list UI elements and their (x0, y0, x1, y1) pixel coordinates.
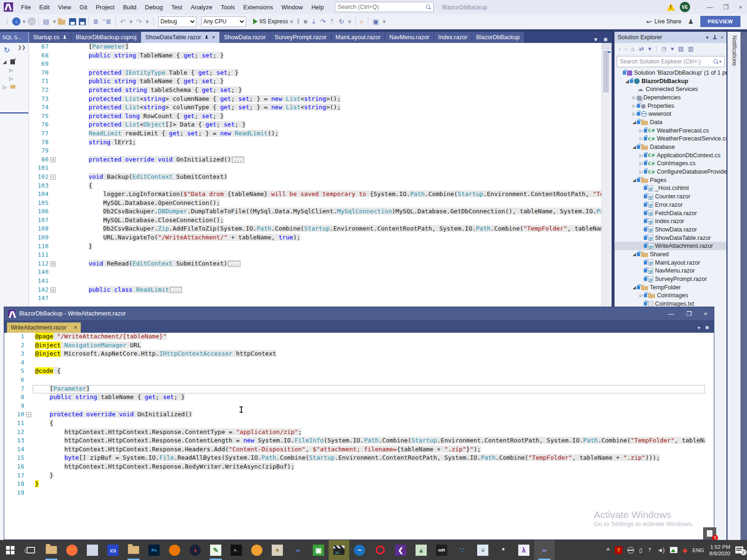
solution-platform-select[interactable]: Any CPU (201, 16, 246, 27)
taskbar-cursor-tools-icon[interactable]: + (267, 540, 288, 560)
code-line-105[interactable]: 105 MySQL.Database.OpenConnection(); (29, 199, 601, 208)
taskbar-opera-icon[interactable] (370, 540, 390, 560)
warning-icon[interactable] (667, 3, 675, 11)
code-line-3[interactable]: 3@inject Microsoft.AspNetCore.Http.IHttp… (5, 350, 705, 359)
tab-navmenu-razor[interactable]: NavMenu.razor (385, 32, 433, 43)
tree-expander-icon[interactable]: ▷ (639, 169, 644, 174)
fold-margin[interactable] (50, 104, 57, 112)
tray-usb-icon[interactable]: ⇡ (648, 547, 652, 553)
tree-expander-icon[interactable]: ◢ (625, 79, 630, 84)
tree-item-data[interactable]: ◢Data (615, 118, 726, 126)
code-line-13[interactable]: 13 httpContext.HttpContext.Response.Cont… (5, 437, 705, 446)
taskbar-openoffice-icon[interactable]: ~ (349, 540, 370, 560)
taskbar-folder-icon[interactable] (123, 540, 144, 560)
code-line-107[interactable]: 107 MySQL.Database.CloseConnection(); (29, 217, 601, 225)
editor-scrollbar[interactable] (601, 43, 612, 307)
save-all-icon[interactable] (79, 18, 86, 25)
taskbar-task-view-icon[interactable] (21, 540, 41, 560)
action-center-icon[interactable]: 2 (735, 546, 743, 553)
tree-item-dependencies[interactable]: ▷Dependencies (615, 93, 726, 102)
panel-overflow-icon[interactable]: ❯❯ (15, 43, 28, 52)
code-window-icon[interactable]: ▣ (373, 18, 379, 25)
fold-margin[interactable] (26, 454, 33, 463)
menu-test[interactable]: Test (167, 2, 187, 13)
tray-pen-drive-icon[interactable]: ▯ (639, 547, 642, 553)
refresh-icon[interactable]: ↻ (0, 43, 14, 57)
code-line-12[interactable]: 12 httpContext.HttpContext.Response.Cont… (5, 428, 705, 437)
code-line-67[interactable]: 67 [Parameter] (29, 43, 601, 52)
fold-margin[interactable] (50, 52, 57, 61)
start-debug-icon[interactable] (253, 19, 258, 24)
new-project-icon[interactable]: ▤ (43, 18, 49, 25)
tree-item-pages[interactable]: ◢Pages (615, 176, 726, 184)
tree-item-showdatatable-razor[interactable]: @ShowDataTable.razor (615, 234, 726, 242)
menu-build[interactable]: Build (119, 2, 141, 13)
taskbar-start-icon[interactable] (0, 540, 21, 560)
tray-chevron-icon[interactable]: ^ (606, 547, 610, 553)
fold-margin[interactable] (50, 130, 57, 139)
tree-expander-icon[interactable]: ▷ (639, 128, 644, 133)
menu-edit[interactable]: Edit (35, 2, 54, 13)
se-collapse-all-icon[interactable]: ▤ (678, 45, 684, 52)
tab-pin-icon[interactable] (70, 326, 74, 330)
menu-window[interactable]: Window (277, 2, 307, 13)
tree-item-coinimages[interactable]: ▷CoinImages (615, 292, 726, 300)
fold-margin[interactable] (26, 472, 33, 481)
preview-button[interactable]: PREVIEW (700, 16, 740, 27)
code-line-106[interactable]: 106 Db2CsvBackuper.DBDumper.DumpTableToF… (29, 208, 601, 217)
fold-margin[interactable] (50, 121, 57, 130)
fold-margin[interactable] (26, 480, 33, 489)
tree-expander-icon[interactable]: ▷ (639, 136, 644, 141)
undo-dropdown[interactable]: ▾ (129, 18, 133, 25)
sql-tree-row[interactable]: ▷ (0, 83, 28, 91)
navigate-forward-button[interactable]: › (28, 17, 36, 26)
tab-index-razor[interactable]: Index.razor (434, 32, 472, 43)
tree-expander-icon[interactable]: ▷ (632, 104, 637, 108)
minimize-button[interactable]: — (707, 4, 713, 11)
tree-expander-icon[interactable]: ◢ (632, 285, 637, 290)
tree-item-tempfolder[interactable]: ◢TempFolder (615, 283, 726, 292)
taskbar-visual-studio-icon[interactable]: ∞ (534, 540, 555, 560)
fold-margin[interactable] (26, 420, 33, 428)
taskbar-map-app-icon[interactable]: ▲ (411, 540, 431, 560)
code-line-1[interactable]: 1@page "/WriteAttachment/{tableName}" (5, 333, 705, 342)
code-editor-writeattachment[interactable]: 1@page "/WriteAttachment/{tableName}"2@i… (5, 333, 705, 539)
code-line-108[interactable]: 108 Db2CsvBackuper.Zip.AddFileToZip(Syst… (29, 225, 601, 234)
live-share-button[interactable]: ↜Live Share (647, 18, 681, 25)
window2-close-button[interactable]: × (704, 310, 707, 317)
fold-margin[interactable] (26, 446, 33, 455)
tree-expander-icon[interactable]: ◢ (632, 178, 637, 182)
solution-explorer-search-input[interactable]: Search Solution Explorer (Ctrl+;) ▾ (617, 56, 725, 67)
restore-button[interactable]: ❐ (723, 4, 729, 11)
fold-margin[interactable]: − (50, 173, 57, 182)
fold-toggle-icon[interactable]: + (50, 157, 56, 162)
fold-margin[interactable] (26, 437, 33, 446)
tray-diamond-icon[interactable]: ◆ (683, 546, 688, 554)
se-dropdown-icon[interactable]: ▾ (648, 45, 651, 52)
fold-margin[interactable] (50, 190, 57, 199)
fold-margin[interactable] (50, 182, 57, 191)
code-line-112[interactable]: 112+ void ReRead(EditContext SubmitConte… (29, 260, 601, 269)
code-line-17[interactable]: 17 } (5, 472, 705, 481)
fold-margin[interactable]: + (50, 156, 57, 165)
step-out-icon[interactable]: ⇡ (330, 18, 335, 25)
notifications-sidebar-tab[interactable]: Notifications (727, 32, 740, 540)
fold-margin[interactable] (26, 428, 33, 437)
fold-margin[interactable] (50, 43, 57, 52)
indent-icon[interactable]: ⁼≣ (102, 18, 111, 25)
tab-close-icon[interactable]: × (74, 324, 77, 331)
code-line-5[interactable]: 5@code { (5, 367, 705, 376)
solution-configuration-select[interactable]: Debug (158, 16, 197, 27)
step-over-icon[interactable]: ↷ (320, 18, 326, 25)
tree-item-counter-razor[interactable]: @Counter.razor (615, 192, 726, 201)
code-line-71[interactable]: 71 public string tableName { get; set; } (29, 77, 601, 86)
tab-showdata-razor[interactable]: ShowData.razor (220, 32, 270, 43)
fold-margin[interactable] (50, 69, 57, 78)
sql-tree-row[interactable]: ◢ (0, 57, 28, 66)
taskbar-aimp-icon[interactable]: ◖ (185, 540, 205, 560)
code-line-102[interactable]: 102− void Backup(EditContext SubmitConte… (29, 173, 601, 182)
code-line-9[interactable]: 9 (5, 402, 705, 411)
tree-item-solution-blazordbbackup-1-of-1-pr[interactable]: Solution 'BlazorDbBackup' (1 of 1 pr (615, 69, 726, 77)
feedback-icon[interactable]: ♟ (688, 18, 694, 25)
code-line-70[interactable]: 70 protected IEntityType Table { get; se… (29, 69, 601, 78)
